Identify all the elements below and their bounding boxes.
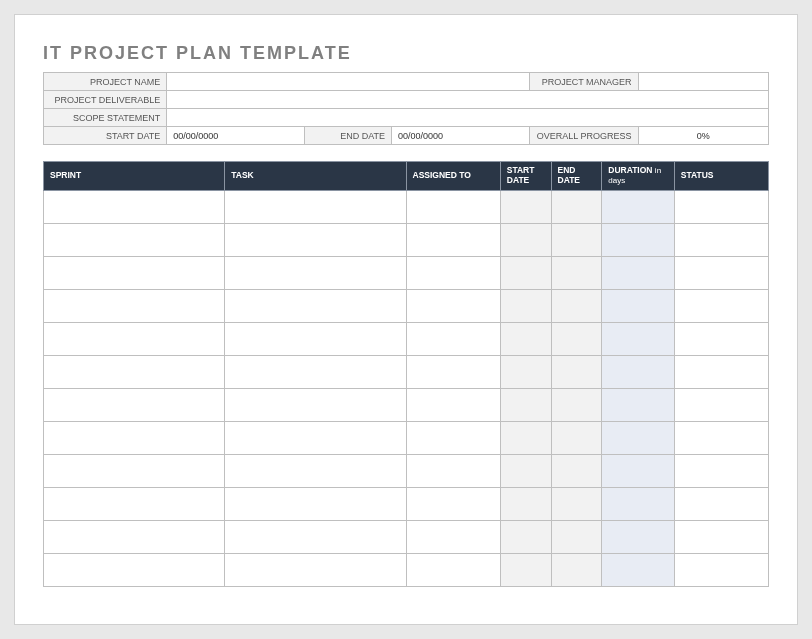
cell-end-date[interactable]	[551, 355, 602, 388]
cell-assigned-to[interactable]	[406, 553, 500, 586]
cell-end-date[interactable]	[551, 454, 602, 487]
cell-status[interactable]	[674, 289, 768, 322]
cell-task[interactable]	[225, 487, 406, 520]
cell-duration[interactable]	[602, 454, 675, 487]
cell-end-date[interactable]	[551, 487, 602, 520]
cell-duration[interactable]	[602, 355, 675, 388]
cell-end-date[interactable]	[551, 520, 602, 553]
cell-sprint[interactable]	[44, 520, 225, 553]
cell-end-date[interactable]	[551, 190, 602, 223]
cell-duration[interactable]	[602, 487, 675, 520]
value-end-date[interactable]: 00/00/0000	[392, 127, 530, 145]
cell-start-date[interactable]	[500, 520, 551, 553]
cell-assigned-to[interactable]	[406, 289, 500, 322]
cell-start-date[interactable]	[500, 256, 551, 289]
cell-status[interactable]	[674, 553, 768, 586]
cell-sprint[interactable]	[44, 190, 225, 223]
cell-assigned-to[interactable]	[406, 256, 500, 289]
cell-start-date[interactable]	[500, 388, 551, 421]
cell-sprint[interactable]	[44, 256, 225, 289]
cell-start-date[interactable]	[500, 421, 551, 454]
cell-end-date[interactable]	[551, 223, 602, 256]
cell-assigned-to[interactable]	[406, 520, 500, 553]
cell-task[interactable]	[225, 322, 406, 355]
cell-assigned-to[interactable]	[406, 223, 500, 256]
cell-task[interactable]	[225, 553, 406, 586]
cell-task[interactable]	[225, 355, 406, 388]
cell-assigned-to[interactable]	[406, 487, 500, 520]
cell-duration[interactable]	[602, 223, 675, 256]
cell-status[interactable]	[674, 223, 768, 256]
cell-duration[interactable]	[602, 322, 675, 355]
cell-status[interactable]	[674, 487, 768, 520]
cell-sprint[interactable]	[44, 388, 225, 421]
cell-assigned-to[interactable]	[406, 421, 500, 454]
cell-duration[interactable]	[602, 553, 675, 586]
cell-duration[interactable]	[602, 190, 675, 223]
cell-status[interactable]	[674, 256, 768, 289]
value-project-deliverable[interactable]	[167, 91, 769, 109]
cell-end-date[interactable]	[551, 289, 602, 322]
label-project-name: PROJECT NAME	[44, 73, 167, 91]
cell-status[interactable]	[674, 322, 768, 355]
cell-task[interactable]	[225, 421, 406, 454]
cell-start-date[interactable]	[500, 454, 551, 487]
cell-start-date[interactable]	[500, 322, 551, 355]
cell-task[interactable]	[225, 454, 406, 487]
cell-duration[interactable]	[602, 289, 675, 322]
cell-status[interactable]	[674, 355, 768, 388]
info-row-name: PROJECT NAME PROJECT MANAGER	[44, 73, 769, 91]
cell-sprint[interactable]	[44, 355, 225, 388]
grid-row	[44, 520, 769, 553]
cell-start-date[interactable]	[500, 553, 551, 586]
cell-task[interactable]	[225, 223, 406, 256]
value-project-name[interactable]	[167, 73, 530, 91]
cell-duration[interactable]	[602, 388, 675, 421]
label-project-manager: PROJECT MANAGER	[529, 73, 638, 91]
cell-duration[interactable]	[602, 256, 675, 289]
cell-sprint[interactable]	[44, 322, 225, 355]
cell-start-date[interactable]	[500, 190, 551, 223]
cell-assigned-to[interactable]	[406, 322, 500, 355]
cell-task[interactable]	[225, 388, 406, 421]
value-scope-statement[interactable]	[167, 109, 769, 127]
cell-sprint[interactable]	[44, 454, 225, 487]
cell-status[interactable]	[674, 454, 768, 487]
cell-end-date[interactable]	[551, 322, 602, 355]
cell-assigned-to[interactable]	[406, 355, 500, 388]
cell-end-date[interactable]	[551, 388, 602, 421]
cell-task[interactable]	[225, 289, 406, 322]
cell-assigned-to[interactable]	[406, 388, 500, 421]
cell-duration[interactable]	[602, 520, 675, 553]
cell-status[interactable]	[674, 421, 768, 454]
sprint-grid: SPRINT TASK ASSIGNED TO START DATE END D…	[43, 161, 769, 587]
cell-start-date[interactable]	[500, 223, 551, 256]
cell-status[interactable]	[674, 388, 768, 421]
cell-start-date[interactable]	[500, 355, 551, 388]
cell-duration[interactable]	[602, 421, 675, 454]
cell-sprint[interactable]	[44, 487, 225, 520]
cell-end-date[interactable]	[551, 256, 602, 289]
info-row-deliverable: PROJECT DELIVERABLE	[44, 91, 769, 109]
cell-sprint[interactable]	[44, 223, 225, 256]
cell-sprint[interactable]	[44, 553, 225, 586]
cell-sprint[interactable]	[44, 289, 225, 322]
cell-task[interactable]	[225, 256, 406, 289]
col-end-date: END DATE	[551, 162, 602, 191]
cell-status[interactable]	[674, 520, 768, 553]
cell-sprint[interactable]	[44, 421, 225, 454]
value-start-date[interactable]: 00/00/0000	[167, 127, 305, 145]
cell-assigned-to[interactable]	[406, 454, 500, 487]
cell-task[interactable]	[225, 190, 406, 223]
cell-end-date[interactable]	[551, 421, 602, 454]
value-overall-progress[interactable]: 0%	[638, 127, 769, 145]
cell-start-date[interactable]	[500, 289, 551, 322]
grid-row	[44, 553, 769, 586]
value-project-manager[interactable]	[638, 73, 769, 91]
cell-status[interactable]	[674, 190, 768, 223]
cell-start-date[interactable]	[500, 487, 551, 520]
cell-end-date[interactable]	[551, 553, 602, 586]
cell-task[interactable]	[225, 520, 406, 553]
cell-assigned-to[interactable]	[406, 190, 500, 223]
grid-header-row: SPRINT TASK ASSIGNED TO START DATE END D…	[44, 162, 769, 191]
